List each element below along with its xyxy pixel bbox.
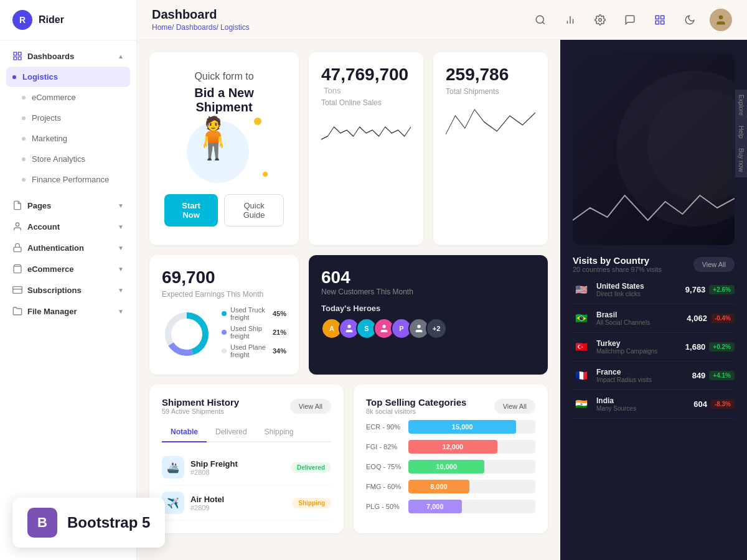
country-stat: 604 -8.3%: [693, 399, 735, 409]
svg-rect-14: [655, 16, 659, 19]
sidebar-item-finance[interactable]: Finance Performance: [0, 169, 136, 190]
tab-delivered[interactable]: Delivered: [207, 422, 256, 441]
freight-legend: Used Truck freight 45% Used Ship freight…: [222, 306, 286, 362]
ship-dot: [222, 330, 227, 335]
svg-rect-5: [14, 247, 21, 251]
sidebar-dashboards-header[interactable]: Dashboards ▲: [0, 45, 136, 67]
bar-fill: 7,000: [408, 500, 462, 513]
sidebar-item-logistics[interactable]: Logistics: [6, 67, 130, 87]
tab-notable[interactable]: Notable: [162, 422, 207, 442]
sidebar-pages-header[interactable]: Pages ▼: [0, 195, 136, 216]
account-icon: [12, 222, 22, 231]
sidebar-ecommerce2-header[interactable]: eCommerce ▼: [0, 258, 136, 279]
bar-track: 7,000: [408, 500, 535, 513]
country-name: Turkey: [596, 339, 679, 348]
ship-pct: 21%: [273, 329, 286, 336]
inactive-dot: [22, 157, 26, 161]
donut-chart: [162, 309, 212, 359]
country-item: 🇮🇳 India Many Sources 604 -8.3%: [573, 390, 735, 419]
main-area: Dashboard Home/ Dashboards/ Logistics: [137, 0, 747, 560]
explore-label[interactable]: Explore: [735, 90, 747, 121]
categories-card: Top Selling Categories 8k social visitor…: [354, 385, 548, 533]
messages-icon[interactable]: [620, 10, 640, 30]
svg-rect-17: [661, 21, 664, 24]
bar-track: 10,000: [408, 460, 535, 474]
sidebar: R Rider Dashboards ▲ Logistics eCommerce…: [0, 0, 137, 560]
visits-view-all-button[interactable]: View All: [693, 257, 735, 272]
start-now-button[interactable]: Start Now: [164, 194, 218, 226]
shipment-history-card: Shipment History 59 Active Shipments Vie…: [149, 385, 344, 533]
content-area: Quick form to Bid a New Shipment 🧍 Start…: [137, 40, 747, 560]
country-name: India: [596, 396, 687, 405]
country-stat: 9,763 +2.6%: [685, 285, 735, 294]
app-name: Rider: [39, 14, 64, 26]
chevron-down-icon: ▼: [118, 287, 124, 294]
header-actions: [530, 9, 732, 31]
earnings-label: Expected Earnings This Month: [162, 290, 286, 299]
flag-icon: 🇧🇷: [573, 312, 590, 325]
total-shipments-value: 259,786: [446, 65, 509, 84]
plane-pct: 34%: [273, 347, 286, 355]
categories-view-all-button[interactable]: View All: [494, 399, 535, 414]
tab-shipping[interactable]: Shipping: [256, 422, 303, 441]
chevron-down-icon: ▼: [118, 202, 124, 209]
ecommerce2-label: eCommerce: [27, 264, 73, 274]
grid-icon[interactable]: [650, 10, 670, 30]
bar-track: 15,000: [408, 420, 535, 434]
breadcrumb-home[interactable]: Home/: [152, 23, 174, 32]
search-icon[interactable]: [530, 10, 550, 30]
inactive-dot: [22, 116, 26, 120]
country-sub: Impact Radius visits: [596, 376, 686, 383]
visits-header: Visits by Country 20 countries share 97%…: [573, 255, 735, 273]
promo-subtitle: Bid a New Shipment: [164, 86, 284, 114]
flag-icon: 🇺🇸: [573, 284, 590, 296]
country-value: 9,763: [685, 285, 706, 294]
svg-point-24: [382, 325, 385, 328]
pages-label: Pages: [27, 201, 51, 210]
sidebar-auth-header[interactable]: Authentication ▼: [0, 237, 136, 258]
breadcrumb-dashboards[interactable]: Dashboards/: [176, 23, 218, 32]
middle-cards-row: 69,700 Expected Earnings This Month: [149, 255, 548, 375]
dashboard-icon: [12, 51, 22, 61]
promo-actions: Start Now Quick Guide: [164, 194, 284, 226]
bar-track: 8,000: [408, 480, 535, 493]
sidebar-files-header[interactable]: File Manager ▼: [0, 301, 136, 322]
page-title: Dashboard: [152, 7, 250, 22]
earnings-value: 69,700: [162, 268, 215, 287]
authentication-label: Authentication: [27, 243, 84, 253]
projects-label: Projects: [32, 113, 61, 123]
ship-icon-1: 🚢: [162, 456, 184, 478]
settings-icon[interactable]: [590, 10, 610, 30]
flag-icon: 🇹🇷: [573, 341, 590, 353]
sidebar-item-ecommerce[interactable]: eCommerce: [0, 87, 136, 108]
logo[interactable]: R Rider: [0, 0, 136, 40]
marketing-label: Marketing: [32, 134, 67, 143]
sidebar-subs-header[interactable]: Subscriptions ▼: [0, 279, 136, 301]
chart-icon[interactable]: [560, 10, 580, 30]
plane-label: Used Plane freight: [230, 343, 273, 358]
sidebar-item-projects[interactable]: Projects: [0, 108, 136, 128]
country-name: Brasil: [596, 310, 680, 319]
country-stat: 4,062 -0.4%: [687, 314, 735, 323]
quick-guide-button[interactable]: Quick Guide: [224, 194, 284, 226]
header-left: Dashboard Home/ Dashboards/ Logistics: [152, 7, 250, 32]
breadcrumb-current: Logistics: [220, 23, 250, 32]
shipment-item-1: 🚢 Ship Freight #2808 Delivered: [162, 450, 331, 485]
sidebar-item-store-analytics[interactable]: Store Analytics: [0, 149, 136, 169]
illustration-figure: 🧍: [188, 114, 238, 162]
top-cards-row: Quick form to Bid a New Shipment 🧍 Start…: [149, 52, 548, 245]
categories-bar-chart: ECR - 90% 15,000 FGI - 82% 12,000 EOQ - …: [366, 420, 535, 513]
account-label: Account: [27, 222, 60, 231]
main-content: Quick form to Bid a New Shipment 🧍 Start…: [137, 40, 560, 560]
sidebar-item-marketing[interactable]: Marketing: [0, 128, 136, 149]
bottom-cards-row: Shipment History 59 Active Shipments Vie…: [149, 385, 548, 533]
buy-now-label[interactable]: Buy now: [735, 143, 747, 177]
shipment-view-all-button[interactable]: View All: [290, 399, 331, 414]
visits-title: Visits by Country: [573, 255, 662, 266]
avatar[interactable]: [710, 9, 732, 31]
sidebar-account-header[interactable]: Account ▼: [0, 216, 136, 237]
theme-icon[interactable]: [680, 10, 700, 30]
country-value: 1,680: [685, 342, 706, 352]
help-label[interactable]: Help: [735, 121, 747, 144]
visits-title-group: Visits by Country 20 countries share 97%…: [573, 255, 662, 273]
